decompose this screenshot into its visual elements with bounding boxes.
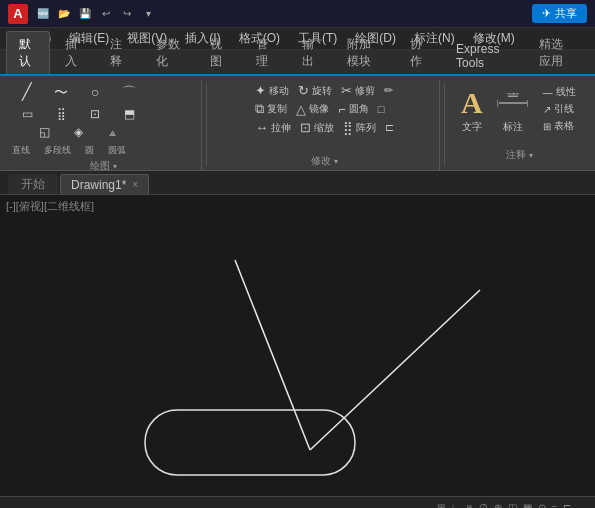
tab-express-tools[interactable]: Express Tools bbox=[443, 37, 524, 74]
ribbon-tabs: 默认 插入 注释 参数化 视图 管理 输出 附加模块 协作 Express To… bbox=[0, 50, 595, 76]
document-tabs: 开始 Drawing1* × bbox=[0, 171, 595, 195]
draw-group-label[interactable]: 绘图 ▾ bbox=[12, 157, 195, 175]
tab-collaborate[interactable]: 协作 bbox=[397, 31, 441, 74]
drawing-canvas-area[interactable]: [-][俯视][二维线框] bbox=[0, 195, 595, 496]
view-label: [-][俯视][二维线框] bbox=[6, 199, 94, 214]
arc-button[interactable]: ⌒ bbox=[114, 82, 144, 102]
fillet-button[interactable]: ⌐ 圆角 bbox=[334, 101, 373, 118]
leader-button[interactable]: ↗ 引线 bbox=[539, 101, 580, 117]
move-icon: ✦ bbox=[255, 83, 266, 98]
share-button[interactable]: ✈ 共享 bbox=[532, 4, 587, 23]
autocad-logo[interactable]: A bbox=[8, 4, 28, 24]
scale-button[interactable]: ⊡ 缩放 bbox=[296, 119, 338, 136]
tab-featured[interactable]: 精选应用 bbox=[526, 31, 587, 74]
circle-button[interactable]: ○ bbox=[80, 82, 110, 102]
region-icon: ◱ bbox=[39, 126, 50, 138]
separator-1 bbox=[206, 84, 207, 166]
circle-label: 圆 bbox=[85, 144, 94, 157]
svg-rect-2 bbox=[145, 410, 355, 475]
stretch-icon: ↔ bbox=[255, 120, 268, 135]
status-annotation-icon[interactable]: ⊏ bbox=[563, 502, 571, 508]
gradient-button[interactable]: ⊡ bbox=[80, 106, 110, 122]
quick-access-toolbar: 🆕 📂 💾 ↩ ↪ ▾ bbox=[34, 5, 157, 23]
array-icon: ⣿ bbox=[343, 120, 353, 135]
linear-dim-button[interactable]: — 线性 bbox=[539, 84, 580, 100]
dimension-button[interactable]: | | ━━ ⊸⊷ 标注 bbox=[489, 84, 537, 138]
drawing-tab-label: Drawing1* bbox=[71, 178, 126, 192]
status-otrack-icon[interactable]: ◫ bbox=[508, 502, 517, 508]
revision-button[interactable]: ⟁ bbox=[97, 124, 127, 140]
tab-default[interactable]: 默认 bbox=[6, 31, 50, 74]
save-icon[interactable]: 💾 bbox=[76, 5, 94, 23]
erase-button[interactable]: ⊏ bbox=[381, 120, 398, 135]
modify-dropdown-arrow: ▾ bbox=[334, 157, 338, 166]
region-button[interactable]: ◱ bbox=[29, 124, 59, 140]
separator-2 bbox=[444, 84, 445, 166]
annotation-dropdown-arrow: ▾ bbox=[529, 151, 533, 160]
status-transparency-icon[interactable]: ⊙ bbox=[538, 502, 546, 508]
drawing-svg bbox=[0, 195, 595, 496]
annotation-group: A 文字 | | ━━ ⊸⊷ 标注 — 线性 ↗ 引线 bbox=[449, 80, 589, 170]
status-polar-icon[interactable]: ∅ bbox=[479, 502, 488, 508]
close-tab-button[interactable]: × bbox=[132, 179, 138, 190]
wipeout-button[interactable]: ◈ bbox=[63, 124, 93, 140]
boundary-icon: ⬒ bbox=[124, 108, 135, 120]
start-tab[interactable]: 开始 bbox=[8, 174, 58, 194]
tab-output[interactable]: 输出 bbox=[289, 31, 333, 74]
gradient-icon: ⊡ bbox=[90, 108, 100, 120]
explode-button[interactable]: ✏ bbox=[380, 83, 397, 98]
table-button[interactable]: ⊞ 表格 bbox=[539, 118, 580, 134]
modify-group-label[interactable]: 修改 ▾ bbox=[216, 152, 433, 170]
tab-view[interactable]: 视图 bbox=[197, 31, 241, 74]
status-osnap-icon[interactable]: ⊕ bbox=[494, 502, 502, 508]
polyline-label: 多段线 bbox=[44, 144, 71, 157]
copy-icon: ⧉ bbox=[255, 101, 264, 117]
status-ortho-icon[interactable]: ≡ bbox=[467, 502, 473, 508]
polyline-button[interactable]: 〜 bbox=[46, 82, 76, 102]
status-selection-icon[interactable]: ≈ bbox=[552, 502, 558, 508]
copy-button[interactable]: ⧉ 复制 bbox=[251, 100, 291, 118]
tab-insert[interactable]: 插入 bbox=[52, 31, 96, 74]
undo-icon[interactable]: ↩ bbox=[97, 5, 115, 23]
text-button[interactable]: A 文字 bbox=[455, 84, 489, 138]
annotation-group-label[interactable]: 注释 ▾ bbox=[455, 146, 583, 164]
move-button[interactable]: ✦ 移动 bbox=[251, 82, 293, 99]
status-lineweight-icon[interactable]: ▦ bbox=[523, 502, 532, 508]
hatch-icon: ⣿ bbox=[57, 108, 66, 120]
arc-icon: ⌒ bbox=[122, 85, 136, 99]
open-icon[interactable]: 📂 bbox=[55, 5, 73, 23]
erase-icon: ⊏ bbox=[385, 121, 394, 134]
leader-label: 引线 bbox=[554, 102, 574, 116]
scale-icon: ⊡ bbox=[300, 120, 311, 135]
tab-annotate[interactable]: 注释 bbox=[97, 31, 141, 74]
line-button[interactable]: ╱ bbox=[12, 82, 42, 102]
status-snap-icon[interactable]: ∟ bbox=[451, 502, 461, 508]
table-label: 表格 bbox=[554, 119, 574, 133]
drawing-tab[interactable]: Drawing1* × bbox=[60, 174, 149, 194]
stretch-button[interactable]: ↔ 拉伸 bbox=[251, 119, 295, 136]
tab-manage[interactable]: 管理 bbox=[243, 31, 287, 74]
rotate-button[interactable]: ↻ 旋转 bbox=[294, 82, 336, 99]
new-file-icon[interactable]: 🆕 bbox=[34, 5, 52, 23]
arc-label: 圆弧 bbox=[108, 144, 126, 157]
hatch-button[interactable]: ⣿ bbox=[46, 106, 76, 122]
table-icon: ⊞ bbox=[543, 121, 551, 132]
status-grid-icon[interactable]: ⊞ bbox=[437, 502, 445, 508]
more-icon[interactable]: ▾ bbox=[139, 5, 157, 23]
dim-indicator: ⊸⊷ bbox=[506, 90, 519, 98]
array-button[interactable]: ⣿ 阵列 bbox=[339, 119, 380, 136]
move-label: 移动 bbox=[269, 84, 289, 98]
trim-button[interactable]: ✂ 修剪 bbox=[337, 82, 379, 99]
rect-button[interactable]: ▭ bbox=[12, 106, 42, 122]
offset-button[interactable]: □ bbox=[374, 102, 389, 116]
title-bar-left: A 🆕 📂 💾 ↩ ↪ ▾ bbox=[8, 4, 157, 24]
tab-addons[interactable]: 附加模块 bbox=[334, 31, 395, 74]
boundary-button[interactable]: ⬒ bbox=[114, 106, 144, 122]
mirror-button[interactable]: △ 镜像 bbox=[292, 101, 333, 118]
fillet-label: 圆角 bbox=[349, 102, 369, 116]
draw-group: ╱ 〜 ○ ⌒ ▭ ⣿ bbox=[6, 80, 202, 170]
status-bar: ⊞ ∟ ≡ ∅ ⊕ ◫ ▦ ⊙ ≈ ⊏ … bbox=[0, 496, 595, 508]
tab-parametric[interactable]: 参数化 bbox=[143, 31, 195, 74]
status-more-icon[interactable]: … bbox=[577, 502, 587, 508]
redo-icon[interactable]: ↪ bbox=[118, 5, 136, 23]
